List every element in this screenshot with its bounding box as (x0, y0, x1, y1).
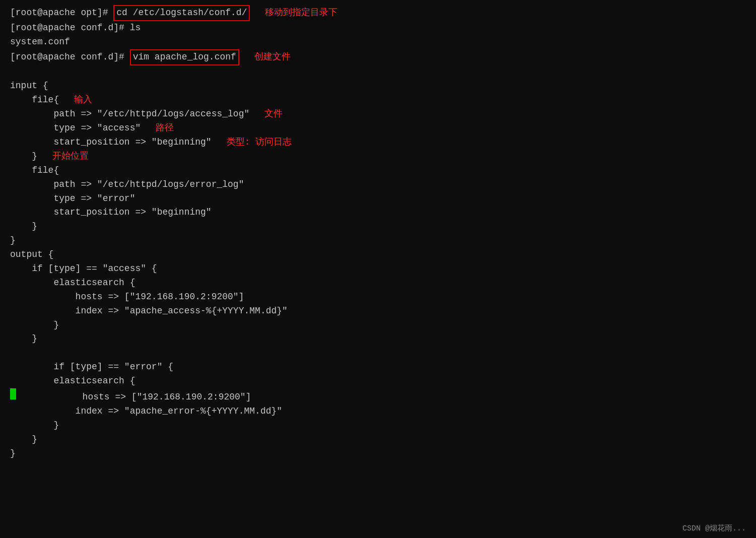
code-close-output: } (10, 447, 16, 461)
line-output-open: output { (10, 248, 746, 262)
blank-line-1 (10, 65, 746, 80)
annotation-input: 输入 (74, 93, 92, 107)
line-ls-command: [root@apache conf.d]# ls (10, 21, 746, 35)
code-if-access: if [type] == "access" { (10, 262, 157, 276)
code-file-open-1: file{ (10, 93, 59, 107)
line-type-error: type => "error" (10, 192, 746, 206)
line-hosts-access: hosts => ["192.168.190.2:9200"] (10, 290, 746, 304)
annotation-file: 文件 (264, 107, 283, 121)
line-close-file-1: }开始位置 (10, 150, 746, 164)
code-file-open-2: file{ (10, 164, 59, 178)
line-start-position-2: start_position => "beginning" (10, 206, 746, 220)
line-vim-command: [root@apache conf.d]# vim apache_log.con… (10, 49, 746, 65)
code-path-error: path => "/etc/httpd/logs/error_log" (10, 178, 244, 192)
line-file-error-open: file{ (10, 164, 746, 178)
cmd-vim: vim apache_log.conf (130, 49, 239, 65)
code-close-es-error: } (10, 419, 59, 433)
annotation-start: 开始位置 (52, 150, 89, 164)
prompt-3: [root@apache conf.d]# (10, 50, 130, 64)
blank-line-2 (10, 346, 746, 360)
code-path-access: path => "/etc/httpd/logs/access_log" (10, 107, 249, 121)
code-index-access: index => "apache_access-%{+YYYY.MM.dd}" (10, 304, 288, 318)
line-file-access-open: file{输入 (10, 93, 746, 107)
code-index-error: index => "apache_error-%{+YYYY.MM.dd}" (10, 405, 282, 419)
line-start-position-1: start_position => "beginning"类型: 访问日志 (10, 136, 746, 150)
line-close-es-access: } (10, 318, 746, 332)
code-hosts-access: hosts => ["192.168.190.2:9200"] (10, 290, 244, 304)
prompt-2: [root@apache conf.d]# (10, 21, 130, 35)
terminal-cursor (10, 388, 16, 399)
code-close-if-access: } (10, 332, 37, 346)
line-close-if-error: } (10, 433, 746, 447)
line-type-access: type => "access"路径 (10, 121, 746, 136)
code-input-open: input { (10, 79, 48, 93)
annotation-1: 移动到指定目录下 (265, 6, 337, 20)
line-close-output: } (10, 447, 746, 461)
cmd-cd: cd /etc/logstash/conf.d/ (113, 5, 250, 21)
terminal-window: [root@apache opt]# cd /etc/logstash/conf… (0, 0, 756, 466)
line-close-file-2: } (10, 220, 746, 234)
prompt-1: [root@apache opt]# (10, 6, 113, 20)
code-close-input: } (10, 234, 16, 248)
line-es-error-open: elasticsearch { (10, 374, 746, 388)
line-path-error: path => "/etc/httpd/logs/error_log" (10, 178, 746, 192)
code-close-if-error: } (10, 433, 37, 447)
code-if-error: if [type] == "error" { (10, 360, 173, 374)
line-if-access: if [type] == "access" { (10, 262, 746, 276)
line-input-open: input { (10, 79, 746, 93)
line-close-if-access: } (10, 332, 746, 346)
code-type-access: type => "access" (10, 121, 141, 136)
code-close-file-2: } (10, 220, 37, 234)
annotation-type: 类型: 访问日志 (227, 136, 292, 150)
cmd-ls: ls (130, 21, 141, 35)
annotation-2: 创建文件 (254, 50, 291, 64)
code-close-file-1: } (10, 150, 37, 164)
code-close-es-access: } (10, 318, 59, 332)
code-hosts-error: hosts => ["192.168.190.2:9200"] (17, 390, 251, 405)
line-if-error: if [type] == "error" { (10, 360, 746, 374)
line-path-access: path => "/etc/httpd/logs/access_log"文件 (10, 107, 746, 121)
footer-text: CSDN @烟花雨... (682, 523, 746, 533)
line-index-error: index => "apache_error-%{+YYYY.MM.dd}" (10, 405, 746, 419)
line-close-input: } (10, 234, 746, 248)
code-es-error-open: elasticsearch { (10, 374, 135, 388)
output-system-conf: system.conf (10, 35, 70, 49)
line-system-conf: system.conf (10, 35, 746, 49)
annotation-path: 路径 (156, 121, 174, 136)
line-es-access-open: elasticsearch { (10, 276, 746, 290)
line-close-es-error: } (10, 419, 746, 433)
code-start-2: start_position => "beginning" (10, 206, 212, 220)
line-hosts-error: hosts => ["192.168.190.2:9200"] (10, 388, 746, 405)
code-type-error: type => "error" (10, 192, 135, 206)
code-start-1: start_position => "beginning" (10, 136, 212, 150)
code-es-access-open: elasticsearch { (10, 276, 135, 290)
line-index-access: index => "apache_access-%{+YYYY.MM.dd}" (10, 304, 746, 318)
line-cd-command: [root@apache opt]# cd /etc/logstash/conf… (10, 5, 746, 21)
code-output-open: output { (10, 248, 53, 262)
